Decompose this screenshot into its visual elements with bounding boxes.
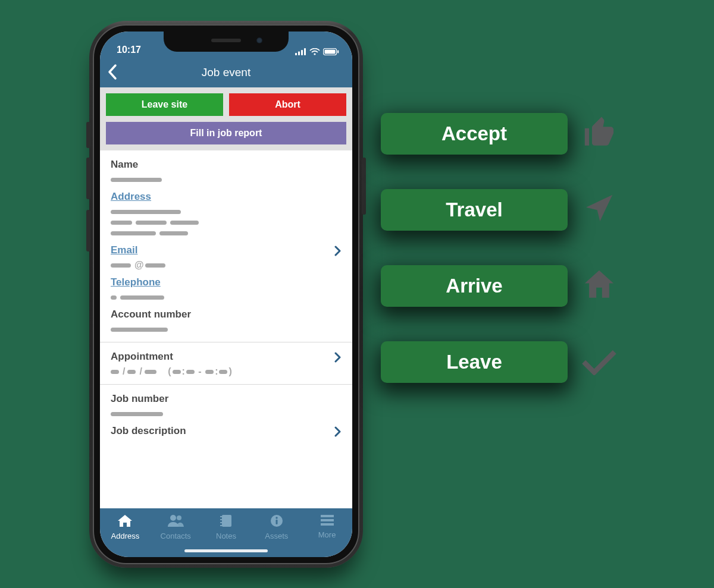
- svg-point-9: [177, 515, 181, 520]
- volume-down-button: [86, 210, 90, 251]
- svg-rect-14: [220, 525, 223, 526]
- field-telephone[interactable]: Telephone: [111, 272, 342, 304]
- label-name: Name: [111, 159, 342, 171]
- bottom-tabbar: Address Contacts Notes Assets: [100, 508, 352, 557]
- tab-label: More: [318, 530, 336, 539]
- tab-more[interactable]: More: [302, 508, 352, 557]
- phone-device-frame: 10:17: [89, 21, 363, 568]
- workflow-buttons-panel: Accept Travel Arrive Leave: [381, 113, 666, 383]
- field-job-number: Job number: [111, 388, 342, 420]
- cellular-signal-icon: [295, 48, 306, 55]
- field-job-description[interactable]: Job description: [111, 420, 342, 442]
- svg-rect-17: [275, 520, 277, 524]
- svg-rect-13: [220, 522, 223, 523]
- svg-rect-6: [325, 50, 336, 54]
- field-name: Name: [111, 154, 342, 186]
- phone-screen: 10:17: [100, 32, 352, 557]
- people-icon: [167, 514, 184, 529]
- label-telephone: Telephone: [111, 276, 342, 288]
- location-arrow-icon: [582, 192, 615, 228]
- svg-rect-11: [220, 516, 223, 517]
- tab-address[interactable]: Address: [100, 508, 151, 557]
- field-appointment[interactable]: Appointment // (: - :): [111, 346, 342, 378]
- volume-up-button: [86, 158, 90, 199]
- field-address[interactable]: Address: [111, 186, 342, 240]
- svg-rect-7: [337, 51, 339, 54]
- field-account-number: Account number: [111, 304, 342, 336]
- thumbs-up-icon: [582, 115, 616, 152]
- phone-notch: [164, 32, 289, 52]
- check-icon: [582, 347, 616, 378]
- svg-rect-0: [295, 53, 297, 55]
- house-icon: [582, 268, 616, 304]
- battery-icon: [323, 48, 339, 55]
- abort-button[interactable]: Abort: [229, 93, 346, 116]
- svg-point-4: [314, 53, 315, 55]
- mute-switch: [86, 122, 90, 148]
- label-account-number: Account number: [111, 309, 342, 320]
- page-title: Job event: [202, 66, 250, 79]
- accept-button[interactable]: Accept: [381, 113, 568, 155]
- label-job-description: Job description: [111, 425, 342, 437]
- home-icon: [117, 514, 133, 529]
- chevron-right-icon: [334, 246, 342, 259]
- svg-point-8: [170, 515, 176, 521]
- tab-label: Assets: [265, 532, 288, 540]
- svg-rect-20: [321, 523, 334, 526]
- label-appointment: Appointment: [111, 351, 342, 363]
- tab-label: Contacts: [161, 532, 191, 540]
- action-bar: Leave site Abort Fill in job report: [100, 87, 352, 150]
- job-details: Name Address Email @: [100, 150, 352, 448]
- leave-button[interactable]: Leave: [381, 341, 568, 383]
- status-time: 10:17: [117, 45, 141, 55]
- svg-rect-1: [298, 52, 300, 56]
- hamburger-icon: [321, 514, 334, 528]
- label-email: Email: [111, 244, 342, 256]
- svg-rect-19: [321, 519, 334, 521]
- notebook-icon: [220, 514, 233, 529]
- info-icon: [270, 514, 283, 529]
- label-address: Address: [111, 191, 342, 203]
- tab-label: Address: [111, 532, 140, 540]
- wifi-icon: [309, 48, 320, 55]
- home-indicator[interactable]: [184, 549, 268, 552]
- fill-job-report-button[interactable]: Fill in job report: [106, 122, 346, 144]
- svg-point-16: [275, 517, 277, 518]
- svg-rect-18: [321, 515, 334, 517]
- power-button: [362, 158, 366, 215]
- svg-rect-3: [304, 48, 306, 55]
- travel-button[interactable]: Travel: [381, 189, 568, 231]
- svg-rect-12: [220, 519, 223, 520]
- label-job-number: Job number: [111, 393, 342, 405]
- svg-rect-2: [301, 50, 303, 55]
- leave-site-button[interactable]: Leave site: [106, 93, 223, 116]
- nav-header: Job event: [100, 58, 352, 87]
- tab-label: Notes: [216, 532, 236, 540]
- chevron-right-icon: [334, 352, 342, 365]
- chevron-right-icon: [334, 426, 342, 439]
- field-email[interactable]: Email @: [111, 240, 342, 272]
- back-button[interactable]: [107, 64, 118, 83]
- svg-rect-10: [222, 515, 231, 527]
- arrive-button[interactable]: Arrive: [381, 265, 568, 307]
